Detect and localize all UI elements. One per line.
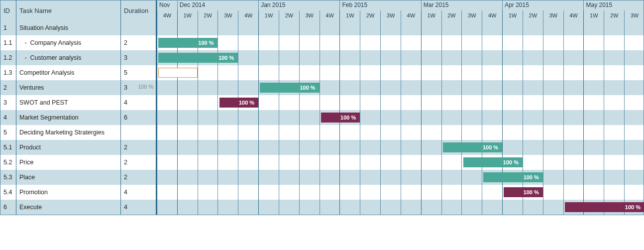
row-left: 6Execute4 bbox=[0, 200, 157, 215]
grid-cell bbox=[482, 50, 502, 65]
header-task-name: Task Name bbox=[16, 0, 121, 20]
grid-cell bbox=[604, 110, 624, 125]
gantt-bar[interactable]: 100 % bbox=[483, 172, 543, 182]
grid-cell bbox=[441, 155, 462, 170]
grid-cell bbox=[523, 65, 543, 80]
gantt-bar[interactable]: 100 % bbox=[565, 202, 644, 212]
grid-cell bbox=[339, 200, 360, 215]
grid-cell bbox=[198, 65, 218, 80]
grid-cell bbox=[563, 110, 584, 125]
grid-cell bbox=[380, 95, 401, 110]
gantt-bar[interactable]: 100 % bbox=[219, 98, 259, 108]
gantt-bar[interactable]: 100 % bbox=[260, 83, 320, 93]
grid-cell bbox=[360, 65, 380, 80]
grid-cell bbox=[177, 110, 198, 125]
grid-cell bbox=[461, 65, 482, 80]
cell-duration: 4 bbox=[121, 185, 156, 200]
grid-cell bbox=[401, 20, 421, 35]
grid-cell bbox=[177, 140, 198, 155]
grid-cell bbox=[421, 155, 441, 170]
grid-cell bbox=[441, 95, 462, 110]
grid-cell bbox=[543, 20, 563, 35]
gantt-bar[interactable] bbox=[158, 68, 198, 78]
grid-cell bbox=[482, 35, 502, 50]
grid-cell bbox=[157, 140, 177, 155]
grid-cell bbox=[482, 110, 502, 125]
grid-cell bbox=[583, 170, 604, 185]
grid-cell bbox=[421, 200, 441, 215]
grid-cell bbox=[583, 20, 604, 35]
gantt-row: 1.1 - Company Analysis2100 % bbox=[0, 35, 644, 50]
grid-cell bbox=[543, 80, 563, 95]
header-month: Mar 2015 bbox=[421, 0, 502, 10]
grid-cell bbox=[339, 140, 360, 155]
cell-id: 4 bbox=[0, 110, 16, 125]
grid-cell bbox=[461, 110, 482, 125]
grid-cell bbox=[583, 110, 604, 125]
header-month: May 2015 bbox=[583, 0, 644, 10]
grid-cell bbox=[299, 20, 320, 35]
grid-cell bbox=[401, 125, 421, 140]
header-week: 1W bbox=[339, 10, 360, 20]
grid-cell bbox=[482, 185, 502, 200]
grid-cell bbox=[523, 110, 543, 125]
grid-cell bbox=[421, 95, 441, 110]
cell-task-name: Promotion bbox=[16, 185, 121, 200]
grid-cell bbox=[502, 95, 523, 110]
grid-cell bbox=[258, 170, 279, 185]
grid-cell bbox=[217, 155, 238, 170]
cell-duration bbox=[121, 125, 156, 140]
header-week: 1W bbox=[502, 10, 523, 20]
grid-cell bbox=[217, 20, 238, 35]
gantt-bar[interactable]: 100 % bbox=[158, 38, 218, 48]
cell-id: 1.2 bbox=[0, 50, 16, 65]
grid-cell bbox=[279, 125, 299, 140]
gantt-bar[interactable]: 100 % bbox=[158, 53, 238, 63]
grid-cell bbox=[461, 20, 482, 35]
grid-cell bbox=[604, 140, 624, 155]
grid-cell bbox=[238, 50, 258, 65]
grid-cell bbox=[177, 155, 198, 170]
grid-cell bbox=[461, 185, 482, 200]
grid-cell bbox=[198, 155, 218, 170]
grid-cell bbox=[401, 80, 421, 95]
header-week: 4W bbox=[238, 10, 258, 20]
grid-cell bbox=[360, 200, 380, 215]
grid-cell bbox=[523, 140, 543, 155]
grid-cell bbox=[441, 50, 462, 65]
gantt-bar[interactable]: 100 % bbox=[321, 113, 360, 123]
grid-cell bbox=[198, 125, 218, 140]
grid-cell bbox=[441, 110, 462, 125]
grid-cell bbox=[238, 200, 258, 215]
grid-cell bbox=[258, 140, 279, 155]
grid-cell bbox=[258, 50, 279, 65]
grid-cell bbox=[583, 185, 604, 200]
grid-cell bbox=[360, 20, 380, 35]
gantt-bar[interactable]: 100 % bbox=[504, 187, 543, 197]
grid-cell bbox=[543, 65, 563, 80]
grid-cell bbox=[198, 170, 218, 185]
grid-cell bbox=[238, 185, 258, 200]
cell-id: 5 bbox=[0, 125, 16, 140]
cell-task-name: Execute bbox=[16, 200, 121, 215]
gantt-bar[interactable]: 100 % bbox=[443, 142, 503, 152]
grid-cell bbox=[238, 140, 258, 155]
cell-duration: 2 bbox=[121, 35, 156, 50]
grid-cell bbox=[441, 35, 462, 50]
row-timeline: 100 % bbox=[157, 170, 644, 185]
grid-cell bbox=[624, 95, 644, 110]
grid-cell bbox=[380, 170, 401, 185]
header-weeks-row: 4W1W2W3W4W1W2W3W4W1W2W3W4W1W2W3W4W1W2W3W… bbox=[157, 10, 644, 20]
row-timeline: 100 % bbox=[157, 155, 644, 170]
header-month: Feb 2015 bbox=[339, 0, 421, 10]
cell-duration: 2 bbox=[121, 155, 156, 170]
cell-task-name: Place bbox=[16, 170, 121, 185]
grid-cell bbox=[258, 20, 279, 35]
cell-id: 6 bbox=[0, 200, 16, 215]
grid-cell bbox=[543, 35, 563, 50]
gantt-bar[interactable]: 100 % bbox=[463, 157, 523, 167]
row-timeline: 100 % bbox=[157, 140, 644, 155]
row-left: 3SWOT and PEST4 bbox=[0, 95, 157, 110]
grid-cell bbox=[157, 95, 177, 110]
header-left: ID Task Name Duration bbox=[0, 0, 157, 20]
